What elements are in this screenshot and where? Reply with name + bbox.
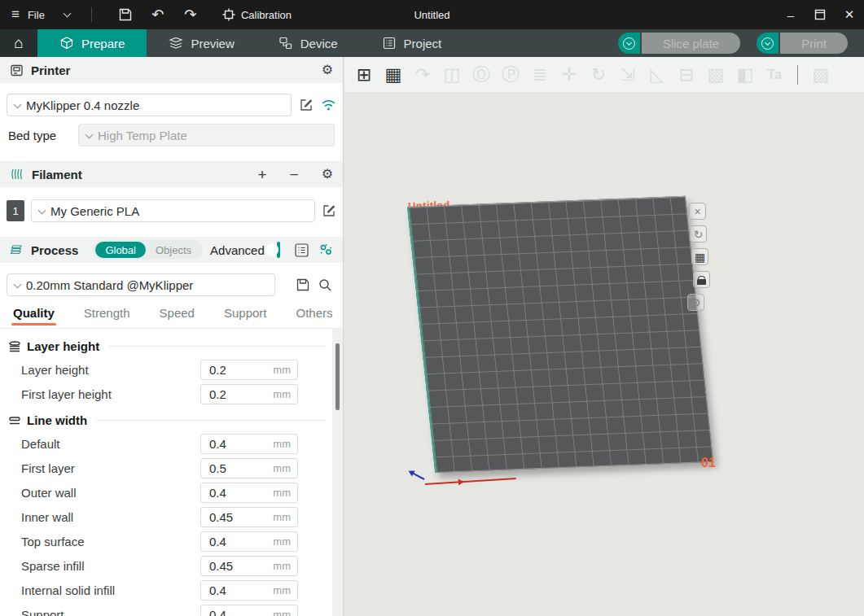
viewport-3d[interactable]: ⊞ ▦ ↷ ◫ Ⓞ Ⓟ ≣ ✛ ↻ ⇲ ◺ ⊟ (344, 57, 864, 616)
process-tabs: Quality Strength Speed Support Others (0, 299, 343, 329)
parameter-list: Layer height Layer height 0.2 mm First l… (0, 329, 343, 616)
param-label: Default (21, 437, 200, 451)
arrange[interactable]: ◫ (440, 63, 464, 87)
group-header[interactable]: Layer height (0, 332, 343, 357)
search-icon[interactable] (318, 277, 332, 292)
undo-icon[interactable]: ↶ (146, 4, 170, 25)
paste[interactable]: Ⓟ (498, 63, 523, 87)
hamburger-icon[interactable]: ≡ (11, 7, 20, 23)
add-object[interactable]: ⊞ (352, 63, 376, 87)
edit-printer-preset-icon[interactable] (299, 98, 314, 112)
filament-preset-select[interactable]: My Generic PLA (31, 199, 315, 222)
edit-filament-preset-icon[interactable] (322, 203, 336, 218)
process-preset-select[interactable]: 0.20mm Standard @MyKlipper (7, 273, 275, 296)
rotate[interactable]: ↻ (586, 63, 611, 87)
param-unit: mm (273, 535, 297, 548)
calibration-button[interactable]: Calibration (222, 8, 292, 21)
param-input[interactable]: 0.4 mm (200, 483, 298, 503)
slice-plate-button[interactable]: Slice plate (642, 33, 740, 54)
param-input[interactable]: 0.5 mm (200, 458, 298, 478)
process-tab[interactable]: Speed (160, 306, 195, 328)
param-input[interactable]: 0.4 mm (200, 580, 298, 601)
bed-type-select[interactable]: High Temp Plate (78, 124, 335, 146)
home-icon: ⌂ (14, 34, 23, 52)
build-plate[interactable] (407, 196, 713, 473)
param-value: 0.4 (201, 486, 273, 500)
param-input[interactable]: 0.4 mm (200, 605, 298, 616)
sidebar-scrollbar-thumb[interactable] (336, 343, 340, 410)
add-filament-icon[interactable]: + (257, 167, 266, 182)
add-plate[interactable]: ▦ (381, 63, 406, 87)
advanced-toggle[interactable] (277, 242, 280, 258)
print-dropdown-button[interactable] (757, 33, 778, 54)
param-unit: mm (273, 609, 297, 616)
slice-dropdown-button[interactable] (618, 33, 640, 54)
chevron-down-icon[interactable] (63, 10, 71, 18)
file-menu[interactable]: File (28, 9, 45, 21)
param-input[interactable]: 0.2 mm (200, 360, 298, 380)
text[interactable]: Ta (762, 63, 787, 87)
window-title: Untitled (414, 9, 450, 21)
process-tab[interactable]: Others (296, 306, 333, 328)
param-input[interactable]: 0.4 mm (200, 434, 298, 454)
tab-device[interactable]: Device (257, 29, 360, 57)
scope-global[interactable]: Global (95, 242, 146, 258)
print-button[interactable]: Print (780, 33, 848, 54)
tab-project[interactable]: Project (360, 29, 464, 57)
printer-settings-gear-icon[interactable]: ⚙ (322, 63, 333, 76)
plate-number-label: 01 (701, 456, 716, 470)
close-button[interactable]: ✕ (835, 0, 864, 29)
save-icon[interactable] (113, 4, 138, 25)
paint-seam[interactable]: ▨ (809, 63, 833, 87)
separator[interactable] (797, 65, 798, 85)
param-group-layer-height: Layer height Layer height 0.2 mm First l… (0, 332, 343, 406)
maximize-button[interactable] (805, 0, 835, 29)
line-width-icon (8, 415, 21, 426)
group-header[interactable]: Line width (0, 406, 343, 431)
process-tab[interactable]: Strength (84, 306, 130, 328)
split-to-objects[interactable]: ◧ (733, 63, 757, 87)
auto-orient[interactable]: ↷ (410, 63, 435, 87)
tab-prepare[interactable]: Prepare (37, 29, 147, 57)
param-input[interactable]: 0.45 mm (200, 507, 298, 527)
redo-icon[interactable]: ↷ (178, 4, 203, 25)
param-input[interactable]: 0.4 mm (200, 531, 298, 552)
home-button[interactable]: ⌂ (0, 29, 37, 57)
filament-slot-badge[interactable]: 1 (7, 200, 24, 221)
param-input[interactable]: 0.2 mm (200, 384, 298, 404)
plate-settings[interactable]: ⚙ (687, 294, 704, 311)
fill-color[interactable]: ▧ (704, 63, 728, 87)
lock-plate[interactable] (693, 271, 710, 288)
filament-settings-gear-icon[interactable]: ⚙ (322, 168, 333, 181)
assembly-view[interactable]: ≣ (528, 63, 552, 87)
process-tab[interactable]: Quality (13, 306, 55, 328)
scale[interactable]: ⇲ (616, 63, 640, 87)
copy[interactable]: Ⓞ (469, 63, 493, 87)
printer-preset-select[interactable]: MyKlipper 0.4 nozzle (7, 94, 292, 116)
compare-presets-icon[interactable] (318, 242, 333, 257)
param-label: Internal solid infill (21, 583, 200, 597)
cut[interactable]: ⊟ (674, 63, 699, 87)
minimize-button[interactable]: – (776, 0, 805, 29)
remove-filament-icon[interactable]: − (290, 167, 299, 182)
chevron-down-icon (38, 206, 46, 214)
delete-plate[interactable]: × (689, 203, 706, 220)
param-row: Inner wall 0.45 mm (0, 505, 343, 529)
param-value: 0.2 (201, 363, 273, 377)
scope-objects[interactable]: Objects (146, 242, 201, 258)
param-unit: mm (273, 584, 297, 596)
process-tab[interactable]: Support (224, 306, 267, 328)
save-preset-icon[interactable] (296, 277, 310, 292)
orient-plate[interactable]: ↻ (690, 225, 707, 242)
param-value: 0.4 (201, 583, 273, 597)
filament-icon (10, 168, 24, 181)
move[interactable]: ✛ (557, 63, 581, 87)
lay-on-face[interactable]: ◺ (645, 63, 669, 87)
wifi-connection-icon[interactable] (321, 98, 336, 111)
process-icon (10, 243, 24, 256)
param-input[interactable]: 0.45 mm (200, 556, 298, 576)
arrange-plate[interactable]: ▦ (691, 248, 708, 265)
settings-list-icon[interactable] (294, 242, 309, 258)
param-label: First layer height (21, 387, 200, 401)
tab-preview[interactable]: Preview (147, 29, 256, 57)
